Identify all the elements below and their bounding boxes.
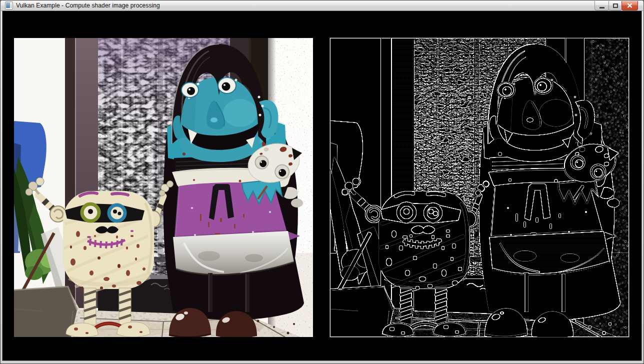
application-window: Vulkan Example - Compute shader image pr… <box>0 0 644 364</box>
source-image-panel <box>14 38 313 337</box>
close-button[interactable] <box>622 1 638 10</box>
photo-scene <box>14 38 313 337</box>
application-icon-pane <box>10 2 12 8</box>
application-icon <box>5 2 13 10</box>
minimize-button[interactable] <box>594 1 609 10</box>
maximize-button[interactable] <box>608 1 622 10</box>
mummy-eye-right <box>109 205 125 221</box>
minimize-icon <box>600 7 604 8</box>
client-area <box>2 11 642 360</box>
close-icon <box>627 3 632 8</box>
caption-buttons <box>595 1 638 10</box>
edge-detected-scene <box>330 38 629 337</box>
compute-output-panel <box>330 38 629 337</box>
window-title: Vulkan Example - Compute shader image pr… <box>16 2 160 9</box>
application-icon-pane <box>6 2 10 8</box>
mummy-eyebrow-right <box>112 194 128 195</box>
maximize-icon <box>613 4 618 8</box>
titlebar[interactable]: Vulkan Example - Compute shader image pr… <box>1 0 643 11</box>
